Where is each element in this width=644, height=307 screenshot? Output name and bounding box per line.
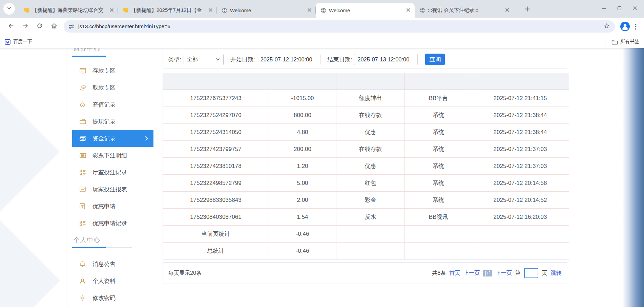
cell-amount: 4.80 <box>269 124 336 140</box>
red-packet-icon <box>80 203 86 209</box>
cell-order-no: 当前页统计 <box>163 226 269 242</box>
sidebar-item[interactable]: 资金记录 <box>72 130 153 147</box>
end-date-label: 结束日期: <box>327 56 352 63</box>
cell-order-no: 1752327423799757 <box>163 141 269 157</box>
browser-tab[interactable]: Welcome <box>316 3 415 18</box>
page-content: 财务中心 存款专区 取款专区 充值记录 提现记录 <box>0 48 644 307</box>
cell-project: BB平台 <box>405 90 472 107</box>
sidebar-item[interactable]: 厅室投注记录 <box>72 164 153 181</box>
profile-avatar-button[interactable] <box>619 20 631 33</box>
sidebar-item-label: 个人资料 <box>92 277 116 285</box>
globe-icon <box>222 7 227 13</box>
sidebar-item-label: 优惠申请记录 <box>92 219 127 227</box>
tab-title: 【新提醒】2025年7月12日【金 <box>131 7 205 14</box>
cell-time: 2025-07-12 20:14:58 <box>472 175 568 191</box>
tab-close-button[interactable] <box>504 7 510 13</box>
tab-search-button[interactable] <box>3 3 15 15</box>
avatar <box>620 22 630 31</box>
sidebar-item-label: 修改密码 <box>92 294 116 302</box>
reload-button[interactable] <box>33 20 47 33</box>
cell-project: 系统 <box>405 192 472 208</box>
sidebar-item[interactable]: 优惠申请 <box>72 198 153 215</box>
maximize-button[interactable] <box>611 0 627 18</box>
total-count: 共8条 <box>432 270 446 277</box>
chart-icon <box>80 187 86 192</box>
jump-link[interactable]: 跳转 <box>550 270 561 277</box>
sidebar-item-label: 充值记录 <box>92 101 116 109</box>
tab-close-button[interactable] <box>405 7 411 13</box>
sidebar-item[interactable]: 优惠申请记录 <box>72 215 153 232</box>
cell-type: 红包 <box>336 175 405 191</box>
close-icon <box>505 7 509 13</box>
browser-menu-button[interactable] <box>631 20 640 33</box>
globe-icon <box>419 7 425 13</box>
cell-type: 额度转出 <box>336 90 405 107</box>
back-button[interactable] <box>4 20 18 33</box>
sidebar-item[interactable]: 充值记录 <box>72 96 153 113</box>
address-bar[interactable]: js13.cc/hhcp/usercenter.html?iniType=6 <box>64 20 615 33</box>
tab-close-button[interactable] <box>207 7 213 13</box>
close-icon <box>209 7 212 13</box>
close-icon <box>308 7 311 13</box>
section-underline <box>72 247 132 248</box>
current-page[interactable]: [1] <box>483 270 492 276</box>
close-icon <box>110 7 113 13</box>
search-button[interactable]: 查询 <box>425 54 445 65</box>
pagination-controls: 共8条 首页 上一页 [1] 下一页 第 页 跳转 <box>432 268 561 278</box>
bookmark-baidu[interactable]: 百度一下 <box>5 39 32 45</box>
start-date-input[interactable] <box>257 54 320 65</box>
hand-coins-icon <box>80 85 86 91</box>
cell-project <box>405 243 472 259</box>
browser-tab[interactable]: :::视讯 会员下注纪录::: <box>415 3 514 18</box>
bookmark-star-button[interactable] <box>603 22 610 31</box>
cell-amount: -0.46 <box>269 226 336 242</box>
forward-button[interactable] <box>18 20 33 33</box>
grid-list-icon <box>80 220 86 226</box>
globe-icon <box>320 7 326 13</box>
home-button[interactable] <box>47 20 61 33</box>
prev-page-link[interactable]: 上一页 <box>463 270 480 277</box>
sidebar-item[interactable]: 个人资料 <box>72 272 153 289</box>
close-icon <box>407 7 410 13</box>
folder-icon <box>611 39 618 45</box>
sidebar-item[interactable]: 彩票下注明细 <box>72 147 153 164</box>
chevron-down-icon <box>7 6 12 12</box>
jump-page-input[interactable] <box>524 268 538 278</box>
first-page-link[interactable]: 首页 <box>449 270 460 277</box>
browser-tab[interactable]: 【新提醒】2025年7月12日【金 <box>118 3 217 18</box>
bell-icon <box>80 261 86 267</box>
sidebar-item[interactable]: 提现记录 <box>72 113 153 130</box>
cell-project: 系统 <box>405 141 472 157</box>
next-page-link[interactable]: 下一页 <box>496 270 512 277</box>
sidebar-item[interactable]: 修改密码 <box>72 289 153 306</box>
minimize-icon <box>602 6 606 12</box>
table-header-row <box>163 73 569 90</box>
type-select[interactable]: 全部 <box>184 54 224 65</box>
tab-list: 【新提醒】海燕策略论坛综合交 【新提醒】2025年7月12日【金 Welcome <box>19 3 514 18</box>
tab-close-button[interactable] <box>108 7 115 13</box>
cell-type: 彩金 <box>336 192 405 208</box>
mail-icon <box>123 7 128 13</box>
sidebar-item[interactable]: 消息公告 <box>72 255 153 272</box>
cell-time: 2025-07-12 21:38:44 <box>472 107 568 123</box>
table-row: 1752308403087061 1.54 反水 BB视讯 2025-07-12… <box>163 209 569 226</box>
site-settings-icon[interactable] <box>68 24 74 30</box>
minimize-button[interactable] <box>596 0 611 18</box>
sidebar-item[interactable]: 玩家投注报表 <box>72 181 153 198</box>
window-close-button[interactable] <box>627 0 643 18</box>
cell-time: 2025-07-12 16:20:03 <box>472 209 568 225</box>
sidebar-section-title-finance: 财务中心 <box>74 48 153 53</box>
browser-tab[interactable]: Welcome <box>217 3 316 18</box>
tab-close-button[interactable] <box>306 7 312 13</box>
list-icon <box>80 153 86 158</box>
sidebar-item[interactable]: 存款专区 <box>72 62 153 79</box>
browser-tab[interactable]: 【新提醒】海燕策略论坛综合交 <box>19 3 118 18</box>
jump-prefix-label: 第 <box>515 270 521 277</box>
sidebar-item-label: 厅室投注记录 <box>92 169 127 176</box>
sidebar-item[interactable]: 取款专区 <box>72 79 153 96</box>
new-tab-button[interactable] <box>524 6 530 13</box>
cell-type: 在线存款 <box>336 141 405 157</box>
all-bookmarks-button[interactable]: 所有书签 <box>611 39 639 45</box>
cell-order-no: 1752327524297070 <box>163 107 269 123</box>
end-date-input[interactable] <box>354 54 418 65</box>
